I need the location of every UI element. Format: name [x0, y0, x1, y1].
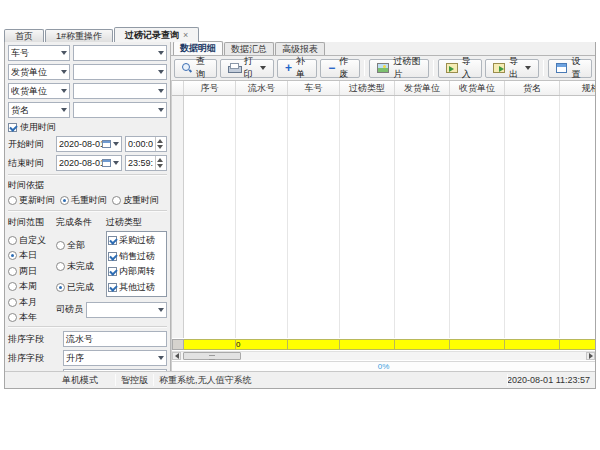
radio-icon — [8, 282, 17, 291]
scrollbar-track[interactable] — [241, 352, 586, 360]
col-header-serial[interactable]: 流水号 — [236, 81, 288, 95]
col-header-goods[interactable]: 货名 — [505, 81, 560, 95]
status-bar: 单机模式 智控版 称重系统,无人值守系统 2020-08-01 11:23:57 — [5, 371, 595, 388]
tab-data-summary[interactable]: 数据汇总 — [224, 42, 274, 55]
chevron-down-icon — [61, 70, 67, 74]
radio-label: 自定义 — [19, 234, 46, 247]
radio-finished[interactable]: 已完成 — [56, 281, 104, 294]
chevron-down-icon — [61, 51, 67, 55]
export-icon — [493, 63, 505, 73]
status-message: 称重系统,无人值守系统 — [159, 372, 252, 388]
radio-icon — [8, 313, 17, 322]
radio-icon — [8, 251, 17, 260]
check-sales-weigh[interactable]: 销售过磅 — [108, 250, 165, 263]
sort-order-combo[interactable]: 升序 — [63, 350, 167, 366]
void-order-button[interactable]: −作废 — [320, 59, 360, 78]
use-time-checkbox[interactable] — [8, 123, 17, 132]
radio-gross-time[interactable]: 毛重时间 — [60, 194, 107, 207]
radio-this-year[interactable]: 本年 — [8, 311, 54, 324]
spin-up-icon — [157, 158, 163, 162]
time-range-title: 时间范围 — [8, 216, 54, 229]
close-icon[interactable]: × — [183, 28, 188, 42]
radio-icon — [112, 196, 121, 205]
col-header-seq[interactable]: 序号 — [184, 81, 236, 95]
status-separator — [115, 374, 116, 386]
grid-body[interactable] — [172, 96, 595, 338]
spinner-icons[interactable] — [155, 156, 164, 170]
radio-two-days[interactable]: 两日 — [8, 265, 54, 278]
radio-this-week[interactable]: 本周 — [8, 280, 54, 293]
vehicle-field-combo[interactable]: 车号 — [8, 45, 70, 61]
tab-weigh-operation[interactable]: 1#称重操作 — [45, 29, 113, 42]
radio-all[interactable]: 全部 — [56, 239, 104, 252]
radio-this-month[interactable]: 本月 — [8, 296, 54, 309]
horizontal-scrollbar[interactable] — [172, 351, 595, 360]
settings-button[interactable]: 设置 — [548, 59, 592, 78]
check-purchase-weigh[interactable]: 采购过磅 — [108, 234, 165, 247]
radio-today[interactable]: 本日 — [8, 249, 54, 262]
chevron-down-icon — [61, 108, 67, 112]
start-date-picker[interactable]: 2020-08-01 — [56, 136, 122, 152]
print-button[interactable]: 打印 — [220, 59, 274, 78]
scrollbar-thumb[interactable] — [183, 352, 241, 360]
radio-icon — [8, 196, 17, 205]
checkbox-icon — [108, 267, 117, 276]
supplement-order-button[interactable]: +补单 — [277, 59, 317, 78]
toolbar-separator — [364, 60, 365, 76]
chevron-down-icon — [158, 89, 164, 93]
data-tabbar: 数据明细 数据汇总 高级报表 — [171, 42, 595, 56]
button-label: 查询 — [196, 55, 209, 81]
end-date-picker[interactable]: 2020-08-01 — [56, 155, 122, 171]
tab-weigh-record-query[interactable]: 过磅记录查询 × — [114, 27, 199, 42]
tab-advanced-report[interactable]: 高级报表 — [275, 42, 325, 55]
goods-field-combo[interactable]: 货名 — [8, 102, 70, 118]
weigher-combo[interactable] — [86, 302, 167, 318]
spin-down-icon — [157, 164, 163, 168]
col-header-spec[interactable]: 规格 — [560, 81, 595, 95]
radio-label: 本月 — [19, 296, 37, 309]
radio-update-time[interactable]: 更新时间 — [8, 194, 55, 207]
goods-value-combo[interactable] — [73, 102, 167, 118]
weigh-photo-button[interactable]: 过磅图片 — [369, 59, 428, 78]
vehicle-value-combo[interactable] — [73, 45, 167, 61]
radio-tare-time[interactable]: 皮重时间 — [112, 194, 159, 207]
col-header-vehicle[interactable]: 车号 — [288, 81, 340, 95]
scroll-right-button[interactable] — [586, 352, 595, 360]
sender-field-combo[interactable]: 发货单位 — [8, 64, 70, 80]
weigh-type-listbox[interactable]: 采购过磅 销售过磅 内部周转 其他过磅 — [106, 231, 167, 297]
button-label: 作废 — [339, 55, 352, 81]
radio-custom[interactable]: 自定义 — [8, 234, 54, 247]
radio-unfinished[interactable]: 未完成 — [56, 260, 104, 273]
export-button[interactable]: 导出 — [485, 59, 539, 78]
col-header-weigh-type[interactable]: 过磅类型 — [340, 81, 395, 95]
start-time-spinner[interactable]: 0:00:00 — [125, 136, 167, 152]
radio-icon — [56, 283, 65, 292]
calendar-icon — [102, 159, 111, 167]
sender-filter-row: 发货单位 — [8, 64, 167, 80]
summary-cell — [505, 339, 560, 350]
checkbox-label: 销售过磅 — [119, 250, 155, 263]
search-icon — [182, 63, 192, 73]
spinner-icons[interactable] — [155, 137, 164, 151]
summary-cell — [395, 339, 450, 350]
end-time-spinner[interactable]: 23:59:59 — [125, 155, 167, 171]
query-button[interactable]: 查询 — [174, 59, 217, 78]
radio-label: 更新时间 — [19, 194, 55, 207]
check-internal-transfer[interactable]: 内部周转 — [108, 265, 165, 278]
tab-home[interactable]: 首页 — [4, 29, 44, 42]
col-header-sender[interactable]: 发货单位 — [395, 81, 450, 95]
start-time-label: 开始时间 — [8, 138, 53, 151]
sort-field-input[interactable]: 流水号 — [63, 331, 167, 347]
summary-serial-total: 0 — [236, 339, 288, 350]
import-button[interactable]: 导入 — [438, 59, 482, 78]
tab-data-detail[interactable]: 数据明细 — [173, 41, 223, 55]
scroll-left-button[interactable] — [172, 352, 181, 360]
sender-value-combo[interactable] — [73, 64, 167, 80]
check-other-weigh[interactable]: 其他过磅 — [108, 281, 165, 294]
receiver-value-combo[interactable] — [73, 83, 167, 99]
date-value: 2020-08-01 — [59, 158, 102, 168]
toolbar-separator — [433, 60, 434, 76]
receiver-field-combo[interactable]: 收货单位 — [8, 83, 70, 99]
main-tabbar: 首页 1#称重操作 过磅记录查询 × — [4, 27, 596, 42]
col-header-receiver[interactable]: 收货单位 — [450, 81, 505, 95]
